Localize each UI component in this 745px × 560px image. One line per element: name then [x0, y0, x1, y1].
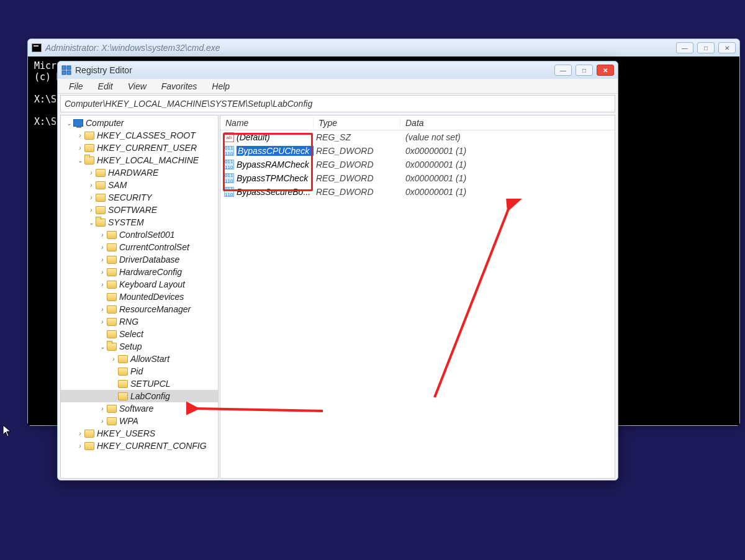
tree-node-allowstart[interactable]: ›AllowStart: [61, 353, 218, 365]
dword-value-icon: 011 110: [224, 146, 234, 156]
string-value-icon: ab: [224, 132, 234, 142]
regedit-title: Registry Editor: [75, 65, 554, 75]
address-bar[interactable]: Computer\HKEY_LOCAL_MACHINE\SYSTEM\Setup…: [60, 95, 615, 112]
value-row[interactable]: 011 110BypassRAMCheckREG_DWORD0x00000001…: [220, 158, 615, 171]
computer-icon: [73, 119, 83, 127]
menu-help[interactable]: Help: [205, 80, 236, 93]
col-name[interactable]: Name: [220, 118, 314, 128]
folder-icon: [118, 355, 128, 363]
folder-icon: [107, 268, 117, 276]
tree-label: SECURITY: [108, 192, 152, 202]
close-button[interactable]: ✕: [718, 42, 736, 53]
tree-node-security[interactable]: ›SECURITY: [61, 191, 218, 204]
tree-node-computer[interactable]: ⌄Computer: [61, 117, 218, 129]
tree-node-setup[interactable]: ⌄Setup: [61, 340, 218, 353]
regedit-window: Registry Editor — □ ✕ FileEditViewFavori…: [57, 61, 618, 481]
tree-node-currentcontrolset[interactable]: ›CurrentControlSet: [61, 241, 218, 253]
menu-view[interactable]: View: [122, 80, 153, 93]
regedit-titlebar[interactable]: Registry Editor — □ ✕: [58, 61, 618, 79]
tree-label: Select: [119, 329, 143, 339]
tree-label: SETUPCL: [130, 379, 171, 389]
tree-label: SAM: [108, 180, 127, 190]
tree-label: MountedDevices: [119, 292, 184, 302]
value-data: 0x00000001 (1): [400, 187, 615, 197]
col-data[interactable]: Data: [400, 118, 615, 128]
tree-node-system[interactable]: ⌄SYSTEM: [61, 216, 218, 228]
tree-node-hkey-current-config[interactable]: ›HKEY_CURRENT_CONFIG: [61, 440, 218, 452]
tree-label: HKEY_CURRENT_USER: [97, 143, 197, 153]
menubar: FileEditViewFavoritesHelp: [58, 79, 618, 94]
regedit-icon: [61, 65, 71, 75]
value-row[interactable]: 011 110BypassCPUCheckREG_DWORD0x00000001…: [220, 144, 615, 158]
tree-label: RNG: [119, 317, 138, 327]
tree-node-rng[interactable]: ›RNG: [61, 315, 218, 328]
tree-node-pid[interactable]: Pid: [61, 365, 218, 377]
folder-icon: [84, 144, 94, 152]
minimize-button[interactable]: —: [554, 65, 572, 76]
tree-node-sam[interactable]: ›SAM: [61, 179, 218, 191]
tree-node-hkey-local-machine[interactable]: ⌄HKEY_LOCAL_MACHINE: [61, 154, 218, 166]
tree-label: ResourceManager: [119, 304, 191, 314]
value-type: REG_DWORD: [314, 160, 400, 169]
value-type: REG_DWORD: [314, 146, 400, 156]
list-pane[interactable]: Name Type Data ab(Default)REG_SZ(value n…: [220, 115, 615, 479]
tree-label: Computer: [86, 118, 124, 128]
tree-node-keyboard-layout[interactable]: ›Keyboard Layout: [61, 278, 218, 291]
value-name: (Default): [237, 132, 314, 142]
folder-icon: [107, 305, 117, 314]
tree-node-mounteddevices[interactable]: MountedDevices: [61, 291, 218, 303]
tree-node-hardwareconfig[interactable]: ›HardwareConfig: [61, 266, 218, 278]
folder-icon: [118, 380, 128, 388]
tree-node-labconfig[interactable]: LabConfig: [61, 390, 218, 402]
dword-value-icon: 011 110: [224, 173, 234, 183]
value-data: 0x00000001 (1): [400, 173, 615, 183]
tree-node-hardware[interactable]: ›HARDWARE: [61, 166, 218, 179]
folder-icon: [96, 181, 106, 189]
tree-node-resourcemanager[interactable]: ›ResourceManager: [61, 303, 218, 315]
value-type: REG_DWORD: [314, 187, 400, 197]
tree-label: DriverDatabase: [119, 255, 179, 264]
folder-icon: [107, 256, 117, 264]
menu-favorites[interactable]: Favorites: [155, 80, 204, 93]
folder-icon: [107, 318, 117, 326]
folder-icon: [107, 330, 117, 338]
folder-icon: [107, 231, 117, 239]
maximize-button[interactable]: □: [697, 42, 715, 53]
tree-node-select[interactable]: Select: [61, 328, 218, 340]
close-button[interactable]: ✕: [597, 65, 614, 76]
menu-file[interactable]: File: [63, 80, 89, 93]
folder-icon: [118, 392, 128, 400]
tree-pane[interactable]: ⌄Computer›HKEY_CLASSES_ROOT›HKEY_CURRENT…: [60, 115, 219, 479]
tree-node-hkey-current-user[interactable]: ›HKEY_CURRENT_USER: [61, 142, 218, 154]
folder-icon: [84, 156, 94, 165]
folder-icon: [107, 243, 117, 251]
value-data: 0x00000001 (1): [400, 146, 615, 156]
tree-node-setupcl[interactable]: SETUPCL: [61, 377, 218, 390]
value-row[interactable]: ab(Default)REG_SZ(value not set): [220, 130, 615, 144]
minimize-button[interactable]: —: [676, 42, 693, 53]
value-row[interactable]: 011 110BypassSecureBo...REG_DWORD0x00000…: [220, 185, 615, 199]
svg-rect-3: [67, 71, 71, 75]
folder-icon: [107, 343, 117, 351]
tree-node-wpa[interactable]: ›WPA: [61, 415, 218, 427]
tree-node-controlset001[interactable]: ›ControlSet001: [61, 228, 218, 241]
tree-node-hkey-users[interactable]: ›HKEY_USERS: [61, 427, 218, 440]
tree-node-software[interactable]: ›SOFTWARE: [61, 204, 218, 216]
tree-label: SYSTEM: [108, 217, 144, 227]
dword-value-icon: 011 110: [224, 160, 234, 169]
maximize-button[interactable]: □: [576, 65, 593, 76]
cursor-icon: [2, 425, 12, 440]
cmd-icon: [32, 43, 42, 52]
folder-icon: [107, 405, 117, 413]
value-row[interactable]: 011 110BypassTPMCheckREG_DWORD0x00000001…: [220, 171, 615, 185]
folder-icon: [107, 417, 117, 425]
col-type[interactable]: Type: [314, 118, 400, 128]
list-header[interactable]: Name Type Data: [220, 115, 615, 130]
folder-icon: [84, 132, 94, 140]
tree-node-driverdatabase[interactable]: ›DriverDatabase: [61, 253, 218, 266]
tree-node-hkey-classes-root[interactable]: ›HKEY_CLASSES_ROOT: [61, 129, 218, 142]
tree-node-software[interactable]: ›Software: [61, 402, 218, 415]
cmd-titlebar[interactable]: Administrator: X:\windows\system32\cmd.e…: [28, 39, 739, 56]
menu-edit[interactable]: Edit: [92, 80, 119, 93]
folder-icon: [84, 442, 94, 450]
